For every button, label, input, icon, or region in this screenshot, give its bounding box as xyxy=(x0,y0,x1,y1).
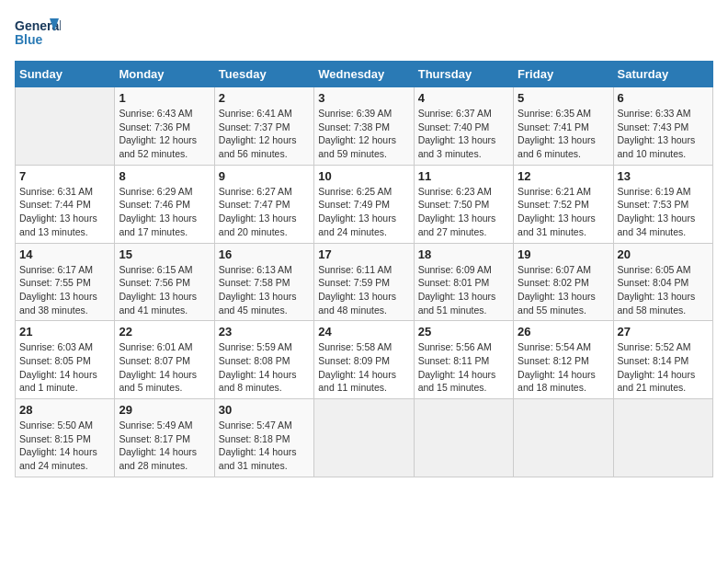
header-wednesday: Wednesday xyxy=(314,62,414,87)
calendar-cell: 8Sunrise: 6:29 AM Sunset: 7:46 PM Daylig… xyxy=(115,165,214,243)
day-info: Sunrise: 5:47 AM Sunset: 8:18 PM Dayligh… xyxy=(219,419,310,473)
day-info: Sunrise: 6:11 AM Sunset: 7:59 PM Dayligh… xyxy=(318,263,409,317)
calendar-cell xyxy=(16,87,115,166)
day-info: Sunrise: 5:52 AM Sunset: 8:14 PM Dayligh… xyxy=(618,340,709,395)
day-info: Sunrise: 5:54 AM Sunset: 8:12 PM Dayligh… xyxy=(518,340,609,395)
day-number: 8 xyxy=(119,169,210,183)
calendar-cell: 20Sunrise: 6:05 AM Sunset: 8:04 PM Dayli… xyxy=(613,243,712,321)
calendar-header: SundayMondayTuesdayWednesdayThursdayFrid… xyxy=(16,62,713,87)
calendar-cell: 17Sunrise: 6:11 AM Sunset: 7:59 PM Dayli… xyxy=(314,243,414,321)
week-row-5: 28Sunrise: 5:50 AM Sunset: 8:15 PM Dayli… xyxy=(16,399,713,477)
day-info: Sunrise: 6:01 AM Sunset: 8:07 PM Dayligh… xyxy=(119,340,210,395)
calendar-cell: 7Sunrise: 6:31 AM Sunset: 7:44 PM Daylig… xyxy=(16,165,115,243)
calendar-table: SundayMondayTuesdayWednesdayThursdayFrid… xyxy=(15,61,713,477)
calendar-cell: 15Sunrise: 6:15 AM Sunset: 7:56 PM Dayli… xyxy=(115,243,214,321)
calendar-cell: 26Sunrise: 5:54 AM Sunset: 8:12 PM Dayli… xyxy=(514,321,613,399)
calendar-cell: 4Sunrise: 6:37 AM Sunset: 7:40 PM Daylig… xyxy=(414,87,513,166)
day-number: 20 xyxy=(618,247,709,261)
day-info: Sunrise: 5:58 AM Sunset: 8:09 PM Dayligh… xyxy=(318,340,409,395)
logo-svg: GeneralBlue xyxy=(15,15,61,52)
day-number: 3 xyxy=(318,91,409,105)
day-number: 24 xyxy=(318,325,409,339)
week-row-2: 7Sunrise: 6:31 AM Sunset: 7:44 PM Daylig… xyxy=(16,165,713,243)
day-info: Sunrise: 6:35 AM Sunset: 7:41 PM Dayligh… xyxy=(518,107,609,161)
day-number: 2 xyxy=(219,91,310,105)
day-number: 25 xyxy=(418,325,509,339)
day-info: Sunrise: 6:09 AM Sunset: 8:01 PM Dayligh… xyxy=(418,263,509,317)
day-info: Sunrise: 6:33 AM Sunset: 7:43 PM Dayligh… xyxy=(618,107,709,161)
calendar-cell xyxy=(314,399,414,477)
calendar-cell: 10Sunrise: 6:25 AM Sunset: 7:49 PM Dayli… xyxy=(314,165,414,243)
day-number: 4 xyxy=(418,91,509,105)
calendar-cell: 28Sunrise: 5:50 AM Sunset: 8:15 PM Dayli… xyxy=(16,399,115,477)
day-number: 1 xyxy=(119,91,210,105)
header-saturday: Saturday xyxy=(613,62,712,87)
calendar-cell: 19Sunrise: 6:07 AM Sunset: 8:02 PM Dayli… xyxy=(514,243,613,321)
day-number: 26 xyxy=(518,325,609,339)
calendar-cell xyxy=(514,399,613,477)
day-number: 16 xyxy=(219,247,310,261)
day-number: 21 xyxy=(19,325,110,339)
header-friday: Friday xyxy=(514,62,613,87)
calendar-cell: 16Sunrise: 6:13 AM Sunset: 7:58 PM Dayli… xyxy=(214,243,313,321)
day-info: Sunrise: 6:39 AM Sunset: 7:38 PM Dayligh… xyxy=(318,107,409,161)
calendar-cell: 29Sunrise: 5:49 AM Sunset: 8:17 PM Dayli… xyxy=(115,399,214,477)
logo: GeneralBlue xyxy=(15,15,61,52)
day-info: Sunrise: 6:19 AM Sunset: 7:53 PM Dayligh… xyxy=(618,185,709,239)
day-number: 29 xyxy=(119,403,210,417)
header-monday: Monday xyxy=(115,62,214,87)
day-number: 7 xyxy=(19,169,110,183)
calendar-cell: 23Sunrise: 5:59 AM Sunset: 8:08 PM Dayli… xyxy=(214,321,313,399)
week-row-3: 14Sunrise: 6:17 AM Sunset: 7:55 PM Dayli… xyxy=(16,243,713,321)
day-info: Sunrise: 6:15 AM Sunset: 7:56 PM Dayligh… xyxy=(119,263,210,317)
day-number: 6 xyxy=(618,91,709,105)
svg-text:Blue: Blue xyxy=(15,32,43,47)
calendar-cell: 12Sunrise: 6:21 AM Sunset: 7:52 PM Dayli… xyxy=(514,165,613,243)
day-info: Sunrise: 6:03 AM Sunset: 8:05 PM Dayligh… xyxy=(19,340,110,395)
day-info: Sunrise: 5:56 AM Sunset: 8:11 PM Dayligh… xyxy=(418,340,509,395)
header-row: SundayMondayTuesdayWednesdayThursdayFrid… xyxy=(16,62,713,87)
calendar-cell: 2Sunrise: 6:41 AM Sunset: 7:37 PM Daylig… xyxy=(214,87,313,166)
calendar-cell: 5Sunrise: 6:35 AM Sunset: 7:41 PM Daylig… xyxy=(514,87,613,166)
day-info: Sunrise: 6:37 AM Sunset: 7:40 PM Dayligh… xyxy=(418,107,509,161)
header-tuesday: Tuesday xyxy=(214,62,313,87)
day-number: 28 xyxy=(19,403,110,417)
calendar-cell xyxy=(613,399,712,477)
day-number: 18 xyxy=(418,247,509,261)
day-number: 13 xyxy=(618,169,709,183)
day-number: 11 xyxy=(418,169,509,183)
calendar-cell: 25Sunrise: 5:56 AM Sunset: 8:11 PM Dayli… xyxy=(414,321,513,399)
calendar-cell: 22Sunrise: 6:01 AM Sunset: 8:07 PM Dayli… xyxy=(115,321,214,399)
calendar-cell: 30Sunrise: 5:47 AM Sunset: 8:18 PM Dayli… xyxy=(214,399,313,477)
week-row-4: 21Sunrise: 6:03 AM Sunset: 8:05 PM Dayli… xyxy=(16,321,713,399)
week-row-1: 1Sunrise: 6:43 AM Sunset: 7:36 PM Daylig… xyxy=(16,87,713,166)
header-thursday: Thursday xyxy=(414,62,513,87)
header-sunday: Sunday xyxy=(16,62,115,87)
day-info: Sunrise: 5:50 AM Sunset: 8:15 PM Dayligh… xyxy=(19,419,110,473)
calendar-cell: 9Sunrise: 6:27 AM Sunset: 7:47 PM Daylig… xyxy=(214,165,313,243)
calendar-cell: 21Sunrise: 6:03 AM Sunset: 8:05 PM Dayli… xyxy=(16,321,115,399)
day-info: Sunrise: 6:21 AM Sunset: 7:52 PM Dayligh… xyxy=(518,185,609,239)
calendar-cell: 13Sunrise: 6:19 AM Sunset: 7:53 PM Dayli… xyxy=(613,165,712,243)
day-number: 30 xyxy=(219,403,310,417)
day-number: 27 xyxy=(618,325,709,339)
calendar-cell: 18Sunrise: 6:09 AM Sunset: 8:01 PM Dayli… xyxy=(414,243,513,321)
calendar-cell: 1Sunrise: 6:43 AM Sunset: 7:36 PM Daylig… xyxy=(115,87,214,166)
day-info: Sunrise: 5:59 AM Sunset: 8:08 PM Dayligh… xyxy=(219,340,310,395)
calendar-cell: 24Sunrise: 5:58 AM Sunset: 8:09 PM Dayli… xyxy=(314,321,414,399)
calendar-cell xyxy=(414,399,513,477)
day-info: Sunrise: 6:13 AM Sunset: 7:58 PM Dayligh… xyxy=(219,263,310,317)
day-info: Sunrise: 6:05 AM Sunset: 8:04 PM Dayligh… xyxy=(618,263,709,317)
day-info: Sunrise: 6:25 AM Sunset: 7:49 PM Dayligh… xyxy=(318,185,409,239)
day-number: 17 xyxy=(318,247,409,261)
calendar-cell: 6Sunrise: 6:33 AM Sunset: 7:43 PM Daylig… xyxy=(613,87,712,166)
day-info: Sunrise: 6:41 AM Sunset: 7:37 PM Dayligh… xyxy=(219,107,310,161)
day-info: Sunrise: 6:31 AM Sunset: 7:44 PM Dayligh… xyxy=(19,185,110,239)
day-number: 9 xyxy=(219,169,310,183)
calendar-cell: 27Sunrise: 5:52 AM Sunset: 8:14 PM Dayli… xyxy=(613,321,712,399)
day-info: Sunrise: 6:23 AM Sunset: 7:50 PM Dayligh… xyxy=(418,185,509,239)
calendar-cell: 11Sunrise: 6:23 AM Sunset: 7:50 PM Dayli… xyxy=(414,165,513,243)
day-info: Sunrise: 5:49 AM Sunset: 8:17 PM Dayligh… xyxy=(119,419,210,473)
day-number: 14 xyxy=(19,247,110,261)
day-info: Sunrise: 6:17 AM Sunset: 7:55 PM Dayligh… xyxy=(19,263,110,317)
